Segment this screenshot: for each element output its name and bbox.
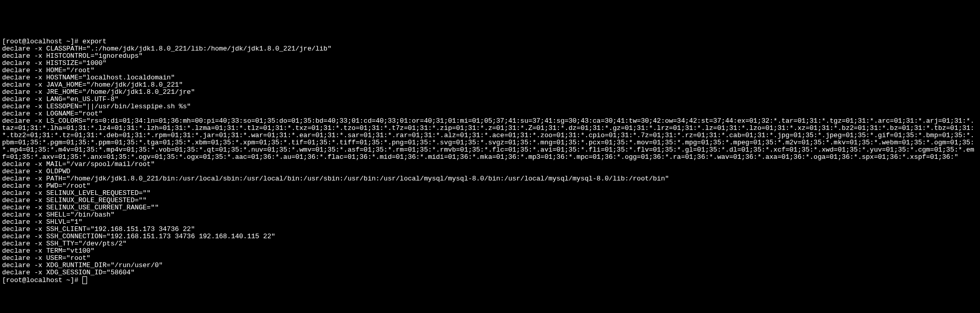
output-line: declare -x JRE_HOME="/home/jdk/jdk1.8.0_… bbox=[2, 89, 978, 96]
cursor bbox=[82, 276, 87, 284]
output-line: declare -x SELINUX_ROLE_REQUESTED="" bbox=[2, 197, 978, 204]
output-line: declare -x PATH="/home/jdk/jdk1.8.0_221/… bbox=[2, 175, 978, 183]
output-line: declare -x LANG="en_US.UTF-8" bbox=[2, 96, 978, 103]
output-line: declare -x HISTCONTROL="ignoredups" bbox=[2, 53, 978, 60]
output-line: declare -x SSH_CLIENT="192.168.151.173 3… bbox=[2, 226, 978, 233]
output-line: declare -x SSH_CONNECTION="192.168.151.1… bbox=[2, 233, 978, 240]
output-line: declare -x SELINUX_LEVEL_REQUESTED="" bbox=[2, 190, 978, 197]
output-line: declare -x OLDPWD bbox=[2, 168, 978, 175]
output-line: declare -x MAIL="/var/spool/mail/root" bbox=[2, 161, 978, 168]
output-line: declare -x HISTSIZE="1000" bbox=[2, 60, 978, 67]
output-line: declare -x SHELL="/bin/bash" bbox=[2, 211, 978, 219]
output-line: declare -x SSH_TTY="/dev/pts/2" bbox=[2, 240, 978, 248]
terminal-output[interactable]: [root@localhost ~]# exportdeclare -x CLA… bbox=[0, 36, 980, 286]
prompt-line: [root@localhost ~]# export bbox=[2, 38, 978, 45]
output-line: declare -x SHLVL="1" bbox=[2, 219, 978, 226]
output-line: declare -x USER="root" bbox=[2, 255, 978, 262]
output-line: declare -x TERM="vt100" bbox=[2, 248, 978, 255]
output-line: declare -x CLASSPATH=".:/home/jdk/jdk1.8… bbox=[2, 45, 978, 53]
output-line: declare -x LESSOPEN="||/usr/bin/lesspipe… bbox=[2, 103, 978, 110]
output-line: declare -x LS_COLORS="rs=0:di=01;34:ln=0… bbox=[2, 118, 978, 161]
output-line: declare -x XDG_SESSION_ID="58604" bbox=[2, 269, 978, 276]
output-line: declare -x JAVA_HOME="/home/jdk/jdk1.8.0… bbox=[2, 81, 978, 89]
output-line: declare -x SELINUX_USE_CURRENT_RANGE="" bbox=[2, 204, 978, 211]
output-line: declare -x LOGNAME="root" bbox=[2, 110, 978, 118]
output-line: declare -x HOME="/root" bbox=[2, 67, 978, 74]
output-line: declare -x PWD="/root" bbox=[2, 183, 978, 190]
output-line: declare -x XDG_RUNTIME_DIR="/run/user/0" bbox=[2, 262, 978, 269]
prompt-line-2: [root@localhost ~]# bbox=[2, 276, 978, 284]
output-line: declare -x HOSTNAME="localhost.localdoma… bbox=[2, 74, 978, 81]
